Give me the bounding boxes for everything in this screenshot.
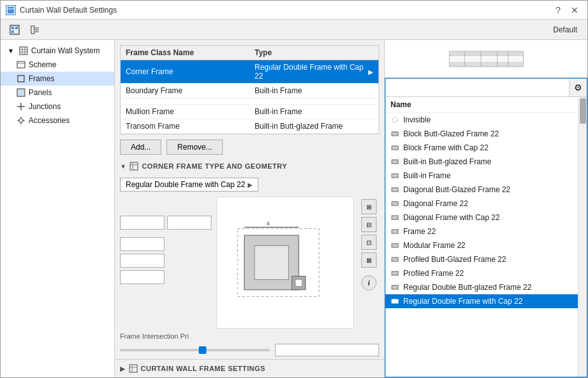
list-item[interactable]: Built-in Butt-glazed Frame: [385, 155, 578, 169]
param-20[interactable]: 20: [120, 237, 164, 251]
sidebar-item-accessories[interactable]: Accessories: [1, 114, 114, 127]
svg-rect-3: [11, 27, 14, 29]
window-controls: ? ✕: [551, 4, 582, 16]
dropdown-scrollbar[interactable]: [578, 97, 587, 377]
scheme-icon: [16, 60, 26, 70]
list-item[interactable]: Block Butt-Glazed Frame 22: [385, 127, 578, 141]
param-row-2: 20: [120, 237, 211, 251]
toolbar-info-btn[interactable]: i: [361, 275, 377, 290]
slider-track[interactable]: [120, 349, 270, 351]
corner-frame-arrow: ▶: [248, 181, 253, 188]
sidebar-junctions-label: Junctions: [29, 102, 61, 111]
title-bar: Curtain Wall Default Settings ? ✕: [1, 1, 587, 20]
close-button[interactable]: ✕: [567, 4, 582, 16]
remove-button[interactable]: Remove...: [166, 140, 223, 155]
default-button[interactable]: Default: [553, 25, 577, 34]
row-name-1: Boundary Frame: [121, 84, 250, 98]
sidebar-item-scheme[interactable]: Scheme: [1, 58, 114, 72]
param-250[interactable]: 250: [120, 254, 164, 268]
list-item[interactable]: Profiled Butt-Glazed Frame 22: [385, 252, 578, 266]
table-row[interactable]: [121, 98, 378, 105]
toolbar-left: [6, 22, 44, 38]
table-row[interactable]: Mullion Frame Built-in Frame: [121, 105, 378, 119]
svg-point-47: [392, 117, 398, 122]
list-item[interactable]: Frame 22: [385, 225, 578, 238]
dropdown-gear-button[interactable]: ⚙: [569, 79, 587, 96]
svg-point-21: [19, 119, 23, 122]
svg-rect-0: [7, 6, 15, 14]
param-row-4: 200: [120, 270, 211, 284]
param-80[interactable]: 80: [120, 216, 164, 230]
sidebar: ▾ Curtain Wall System: [1, 40, 115, 377]
slider-bar: 12: [115, 341, 384, 359]
table-row[interactable]: Transom Frame Built-in Butt-glazed Frame: [121, 119, 378, 134]
svg-rect-52: [392, 188, 398, 192]
list-item[interactable]: Diagonal Butt-Glazed Frame 22: [385, 183, 578, 197]
list-item[interactable]: Modular Frame 22: [385, 238, 578, 252]
svg-rect-53: [392, 202, 398, 205]
footer-section-label: CURTAIN WALL FRAME SETTINGS: [141, 365, 265, 372]
toolbar-btn-2[interactable]: [26, 22, 44, 38]
toolbar-view-btn-1[interactable]: ⊞: [361, 199, 377, 214]
svg-rect-54: [392, 216, 398, 219]
param-row-3: 250: [120, 254, 211, 268]
frame-svg: 4: [217, 197, 353, 328]
app-icon: [6, 5, 16, 15]
table-row[interactable]: Corner Frame Regular Double Frame with C…: [121, 60, 378, 84]
frame-intersection-label: Frame Intersection Pri: [120, 332, 189, 340]
frame-icon: [391, 129, 399, 138]
add-button[interactable]: Add...: [120, 140, 161, 155]
table-header: Frame Class Name Type: [121, 46, 378, 60]
table-row[interactable]: Boundary Frame Built-in Frame: [121, 84, 378, 98]
param-30[interactable]: 30: [167, 216, 211, 230]
svg-rect-50: [392, 160, 398, 164]
sidebar-frames-label: Frames: [29, 74, 55, 83]
corner-frame-select[interactable]: Regular Double Frame with Cap 22 ▶: [120, 178, 258, 192]
list-item[interactable]: Diagonal Frame 22: [385, 197, 578, 211]
dropdown-search-input[interactable]: [385, 81, 569, 94]
preview-svg: [448, 46, 525, 72]
sidebar-scheme-label: Scheme: [29, 60, 57, 69]
sidebar-accessories-label: Accessories: [29, 116, 70, 125]
list-item[interactable]: Built-in Frame: [385, 169, 578, 183]
param-200[interactable]: 200: [120, 270, 164, 284]
help-button[interactable]: ?: [551, 4, 566, 16]
list-item[interactable]: Regular Double Butt-glazed Frame 22: [385, 280, 578, 294]
dropdown-list: Name Invisible Block Butt-: [385, 97, 578, 377]
dropdown-selected-item[interactable]: Regular Double Frame with Cap 22: [385, 294, 578, 308]
footer-section-icon: [128, 363, 138, 374]
list-item[interactable]: Diagonal Frame with Cap 22: [385, 211, 578, 225]
svg-rect-60: [392, 299, 398, 303]
frames-icon: [16, 74, 26, 84]
toolbar-view-btn-2[interactable]: ⊟: [361, 217, 377, 232]
toolbar: Default: [1, 20, 587, 40]
expand-icon: ▾: [6, 46, 16, 56]
section-arrow: ▼: [120, 163, 126, 170]
list-item[interactable]: Profiled Frame 22: [385, 266, 578, 280]
scroll-thumb[interactable]: [580, 98, 586, 124]
footer-curtain-frame[interactable]: ▶ CURTAIN WALL FRAME SETTINGS: [115, 359, 384, 377]
dropdown-invisible[interactable]: Invisible: [385, 113, 578, 127]
row-type-0: Regular Double Frame with Cap 22 ▶: [250, 60, 378, 83]
section-corner-frame[interactable]: ▼ CORNER FRAME TYPE AND GEOMETRY: [115, 157, 384, 175]
sidebar-item-junctions[interactable]: Junctions: [1, 100, 114, 114]
slider-thumb[interactable]: [199, 346, 206, 354]
list-item[interactable]: Block Frame with Cap 22: [385, 141, 578, 155]
frame-icon: [391, 199, 399, 208]
frame-icon: [391, 227, 399, 236]
sidebar-item-panels[interactable]: Panels: [1, 86, 114, 100]
svg-rect-55: [392, 230, 398, 233]
sidebar-root[interactable]: ▾ Curtain Wall System: [1, 44, 114, 58]
sidebar-item-frames[interactable]: Frames: [1, 72, 114, 86]
svg-rect-42: [449, 62, 523, 67]
svg-rect-17: [18, 75, 24, 82]
toolbar-view-btn-3[interactable]: ⊡: [361, 235, 377, 250]
toolbar-btn-1[interactable]: [6, 22, 23, 38]
accessories-icon: [16, 115, 26, 126]
slider-value-input[interactable]: 12: [275, 344, 379, 356]
row-type-3: Built-in Butt-glazed Frame: [250, 119, 378, 133]
preview-area: [385, 40, 587, 78]
toolbar-view-btn-4[interactable]: ⊠: [361, 252, 377, 268]
right-side-panel: ⚙ Name Invisible: [384, 40, 587, 377]
svg-rect-49: [392, 146, 398, 150]
